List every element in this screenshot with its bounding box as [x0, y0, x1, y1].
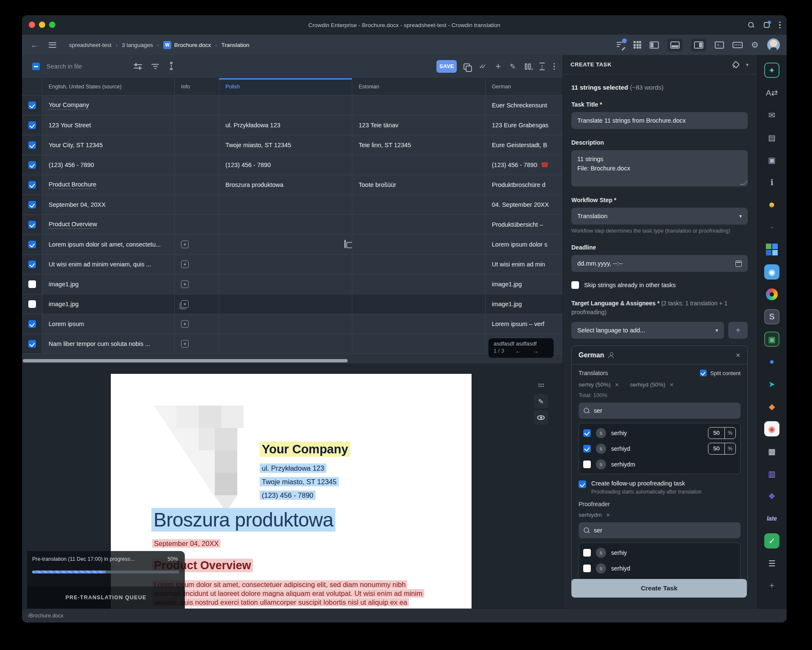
- select-all-checkbox[interactable]: [32, 63, 40, 70]
- polish-cell[interactable]: Twoje miasto, ST 12345: [219, 135, 352, 155]
- columns-app-icon[interactable]: ▥: [764, 466, 779, 481]
- skip-strings-row[interactable]: Skip strings already in other tasks: [571, 281, 748, 289]
- polish-cell[interactable]: [219, 274, 352, 294]
- row-checkbox[interactable]: [28, 141, 36, 149]
- proofreader-row-checkbox[interactable]: [583, 565, 591, 572]
- s-badge-app-icon[interactable]: S: [764, 309, 779, 324]
- breadcrumb-project[interactable]: spreadsheet-test: [69, 42, 112, 48]
- polish-cell[interactable]: ul. Przykładowa 123: [219, 115, 352, 135]
- row-checkbox[interactable]: [28, 241, 36, 248]
- table-row[interactable]: (123) 456 - 7890(123) 456 - 7890(123) 45…: [22, 155, 562, 175]
- german-cell[interactable]: Eure Geisterstadt, B: [486, 135, 562, 155]
- doc-paragraph-line2[interactable]: euismod tincidunt ut laoreet dolore magn…: [152, 589, 424, 598]
- source-cell[interactable]: Lorem ipsum dolor sit amet, consectetu..…: [42, 235, 175, 254]
- scrollbar-thumb[interactable]: [23, 359, 348, 362]
- language-select[interactable]: Select language to add...▾: [571, 322, 724, 339]
- create-task-button[interactable]: Create Task: [571, 579, 747, 598]
- ai-pretranslate-icon[interactable]: ✦: [764, 63, 779, 78]
- polish-cell[interactable]: [219, 255, 352, 274]
- source-cell[interactable]: Product Brochure: [42, 175, 175, 195]
- horizontal-scrollbar[interactable]: [22, 359, 562, 363]
- doc-paragraph-line3[interactable]: veniam, quis nostrud exerci tation ullam…: [152, 598, 409, 607]
- preview-visibility-icon[interactable]: [534, 410, 548, 425]
- translator-row[interactable]: sserhiyd50%: [583, 441, 736, 456]
- polish-cell[interactable]: (123) 456 - 7890: [219, 155, 352, 175]
- menu-icon[interactable]: [49, 42, 56, 48]
- estonian-cell[interactable]: 123 Teie tänav: [352, 115, 486, 135]
- share-input[interactable]: 50%: [708, 443, 736, 455]
- breadcrumb-file[interactable]: W Brochure.docx: [163, 41, 211, 49]
- table-row[interactable]: Ut wisi enim ad minim veniam, quis ...★U…: [22, 255, 562, 274]
- share-value[interactable]: 50: [708, 430, 724, 436]
- pin-panel-icon[interactable]: [730, 60, 740, 69]
- source-cell[interactable]: Your Company: [42, 96, 175, 115]
- blue-sphere-app-icon[interactable]: ●: [764, 354, 779, 369]
- drag-handle-icon[interactable]: [534, 378, 548, 392]
- german-cell[interactable]: Ut wisi enim ad min: [486, 255, 562, 274]
- approve-all-icon[interactable]: ✓✓: [479, 63, 486, 70]
- breadcrumb-languages[interactable]: 3 languages: [122, 42, 153, 48]
- string-info-icon[interactable]: ★: [181, 280, 189, 288]
- table-row[interactable]: 123 Your Streetul. Przykładowa 123123 Te…: [22, 115, 562, 135]
- row-checkbox[interactable]: [28, 320, 36, 328]
- row-checkbox[interactable]: [28, 161, 36, 169]
- estonian-cell[interactable]: [352, 314, 486, 334]
- string-info-icon[interactable]: ★: [181, 241, 189, 248]
- polish-cell[interactable]: [219, 195, 352, 214]
- translation-memory-icon[interactable]: ▣: [764, 152, 779, 167]
- layout-right-panel-toggle[interactable]: [691, 38, 706, 52]
- row-checkbox[interactable]: [28, 221, 36, 228]
- cube-app-icon[interactable]: ◆: [764, 399, 779, 414]
- polish-cell[interactable]: [219, 334, 352, 354]
- add-string-icon[interactable]: +: [495, 61, 501, 72]
- estonian-cell[interactable]: [352, 155, 486, 175]
- proofreader-search[interactable]: [579, 522, 741, 538]
- row-checkbox[interactable]: [28, 121, 36, 129]
- notes-app-icon[interactable]: ☰: [764, 556, 779, 571]
- source-cell[interactable]: image1.jpg: [42, 274, 175, 294]
- estonian-cell[interactable]: [352, 274, 486, 294]
- followup-proofreading-checkbox[interactable]: [579, 480, 586, 488]
- workflow-step-select[interactable]: Translation▾: [571, 208, 748, 225]
- settings-gear-icon[interactable]: ⚙: [751, 40, 759, 50]
- table-row[interactable]: Your CompanyEuer Schreckensunt: [22, 96, 562, 115]
- slate-app-icon[interactable]: late: [764, 511, 779, 526]
- breadcrumb-mode[interactable]: Translation: [221, 42, 249, 48]
- proofreader-row[interactable]: sserhiy: [583, 545, 736, 560]
- german-cell[interactable]: image1.jpg: [486, 274, 562, 294]
- task-title-input[interactable]: Translate 11 strings from Brochure.docx: [571, 112, 748, 129]
- row-checkbox[interactable]: [28, 101, 36, 109]
- bird-app-icon[interactable]: ➤: [764, 376, 779, 392]
- source-cell[interactable]: Nam liber tempor cum soluta nobis ...: [42, 334, 175, 354]
- string-info-icon[interactable]: ★: [181, 320, 189, 328]
- remove-language-icon[interactable]: ✕: [735, 352, 741, 359]
- pre-translation-queue-button[interactable]: PRE-TRANSLATION QUEUE: [27, 587, 185, 609]
- search-input[interactable]: [47, 63, 114, 70]
- deadline-input[interactable]: dd.mm.yyyy, --:--: [571, 255, 748, 272]
- table-row[interactable]: Lorem ipsum★Lorem ipsum – verf: [22, 314, 562, 334]
- back-button[interactable]: ←: [30, 41, 38, 49]
- edit-preview-icon[interactable]: ✎: [534, 394, 548, 409]
- string-info-icon[interactable]: ★: [181, 300, 189, 308]
- filter-icon[interactable]: [151, 64, 159, 69]
- user-avatar[interactable]: [767, 38, 780, 51]
- copy-translation-icon[interactable]: [464, 63, 470, 70]
- remove-translator-icon[interactable]: ✕: [615, 382, 619, 388]
- table-row[interactable]: Product OverviewProduktübersicht –: [22, 215, 562, 235]
- comments-icon[interactable]: ✉: [764, 107, 779, 123]
- doc-company-name[interactable]: Your Company: [260, 442, 350, 456]
- estonian-cell[interactable]: [352, 255, 486, 274]
- row-checkbox[interactable]: [28, 300, 36, 308]
- header-polish-column[interactable]: Polish: [219, 78, 352, 95]
- remove-proofreader-icon[interactable]: ✕: [606, 512, 610, 518]
- doc-phone[interactable]: (123) 456 - 7890: [260, 491, 315, 499]
- file-context-icon[interactable]: ℹ: [764, 175, 779, 190]
- layout-left-panel-icon[interactable]: [650, 41, 659, 49]
- estonian-cell[interactable]: [352, 195, 486, 214]
- row-checkbox[interactable]: [28, 201, 36, 208]
- table-row[interactable]: Your City, ST 12345Twoje miasto, ST 1234…: [22, 135, 562, 155]
- doc-paragraph-line1[interactable]: Lorem ipsum dolor sit amet, consectetuer…: [152, 580, 407, 589]
- search-icon[interactable]: [748, 22, 754, 28]
- translator-row-checkbox[interactable]: [583, 461, 591, 468]
- string-info-icon[interactable]: ★: [181, 340, 189, 348]
